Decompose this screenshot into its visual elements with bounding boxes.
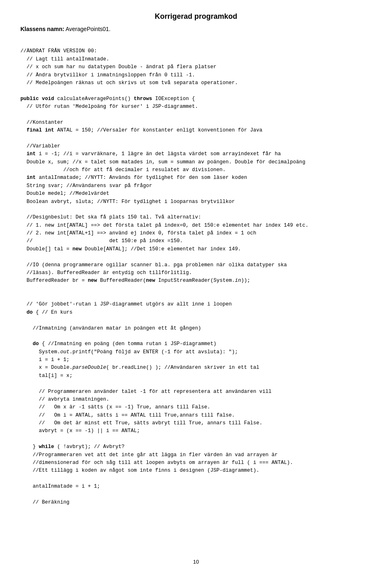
page-container: Korrigerad programkod Klassens namn: Ave… — [0, 0, 392, 573]
method-keywords: public void — [20, 96, 54, 102]
change-header: //ÄNDRAT FRÅN VERSION 00: // Lagt till a… — [20, 48, 238, 86]
in-italic: in — [235, 278, 241, 283]
antal-inmatade-decl: antalInmatade; //NYTT: Används för tydli… — [20, 175, 308, 252]
do-keyword-2: do — [33, 341, 39, 347]
throws-keyword: throws — [134, 96, 152, 102]
out-italic: out — [60, 349, 70, 355]
inputstream-decl: InputStreamReader(System. — [155, 278, 235, 283]
parse-double-italic: parseDouble — [73, 365, 107, 370]
class-name-label: Klassens namn: — [20, 26, 64, 32]
new-keyword-3: new — [146, 278, 156, 283]
new-keyword-1: new — [73, 246, 82, 252]
page-title: Korrigerad programkod — [20, 12, 372, 21]
new-keyword-2: new — [88, 278, 97, 283]
code-content: //ÄNDRAT FRÅN VERSION 00: // Lagt till a… — [20, 40, 372, 515]
int-keyword-1: int — [27, 151, 36, 157]
final-keyword: final int — [27, 127, 54, 133]
method-name: calculateAveragePoints() — [54, 96, 134, 102]
buffered-reader-decl: BufferedReader( — [97, 278, 146, 283]
while-keyword-1: while — [39, 444, 54, 450]
class-name-line: Klassens namn: AveragePoints01. — [20, 26, 372, 32]
readline-call: ( br.readLine() ); //Användaren skriver … — [20, 365, 272, 450]
while-condition-1: ( !avbryt); // Avbryt? //Programmeraren … — [20, 444, 293, 505]
class-name-value: AveragePoints01. — [66, 26, 111, 32]
page-number: 10 — [193, 559, 199, 565]
int-keyword-2: int — [27, 175, 36, 181]
do-keyword-1: do — [27, 310, 33, 315]
